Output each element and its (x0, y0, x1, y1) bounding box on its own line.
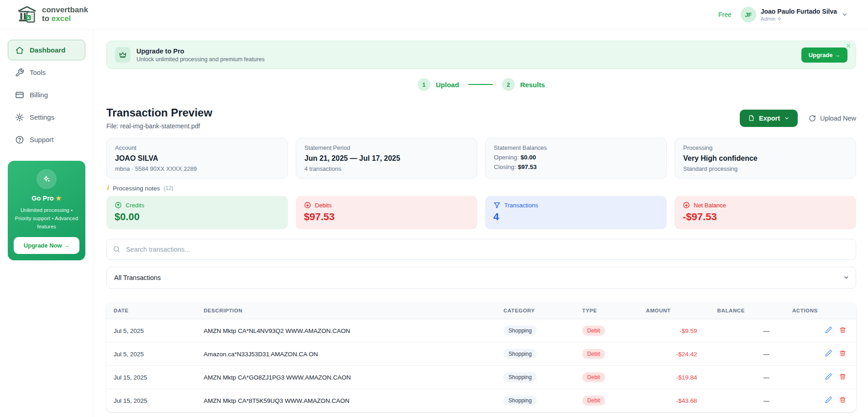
sidebar-item-label: Dashboard (30, 46, 65, 54)
sparkles-icon (37, 169, 57, 189)
column-header: Actions (785, 302, 856, 319)
role-gear-icon (777, 16, 782, 21)
account-detail: mbna · 5584 90XX XXXX 2289 (115, 165, 279, 172)
cell-balance: — (710, 389, 785, 412)
upgrade-banner: Upgrade to Pro Unlock unlimited processi… (106, 41, 856, 69)
cell-actions (785, 389, 856, 412)
star-icon: ★ (56, 195, 62, 202)
plan-badge: Free (718, 11, 732, 18)
debits-card: Debits $97.53 (296, 196, 477, 229)
edit-icon[interactable] (825, 396, 832, 403)
card-label: Statement Balances (494, 144, 658, 151)
go-pro-title: Go Pro ★ (14, 195, 79, 202)
period-range: Jun 21, 2025 — Jul 17, 2025 (304, 154, 469, 163)
sidebar-item-label: Settings (30, 113, 54, 121)
edit-icon[interactable] (825, 373, 832, 380)
search-input[interactable] (106, 239, 856, 260)
delete-icon[interactable] (839, 327, 846, 333)
type-badge: Debit (582, 349, 605, 359)
sidebar-item-tools[interactable]: Tools (8, 62, 85, 83)
banner-title: Upgrade to Pro (136, 48, 265, 55)
sidebar-item-dashboard[interactable]: Dashboard (8, 40, 85, 60)
net-balance-value: -$97.53 (683, 211, 848, 223)
account-card: Account JOAO SILVA mbna · 5584 90XX XXXX… (106, 138, 288, 179)
go-pro-description: Unlimited processing • Priority support … (14, 206, 79, 231)
cell-actions (785, 319, 856, 343)
go-pro-card: Go Pro ★ Unlimited processing • Priority… (8, 161, 85, 260)
stepper-connector (468, 84, 493, 85)
delete-icon[interactable] (839, 373, 846, 380)
export-button[interactable]: Export (740, 110, 798, 127)
info-icon: i (107, 185, 109, 192)
sidebar-item-label: Tools (30, 69, 46, 76)
search-icon (113, 245, 120, 253)
user-name: Joao Paulo Furtado Silva (761, 8, 837, 16)
step-results[interactable]: 2 Results (502, 78, 545, 91)
bank-to-excel-logo-icon: X (16, 5, 37, 24)
delete-icon[interactable] (839, 396, 846, 403)
processing-card: Processing Very High confidence Standard… (675, 138, 856, 179)
cell-description: Amazon.ca*N33J53D31 AMAZON.CA ON (196, 343, 496, 366)
banner-subtitle: Unlock unlimited processing and premium … (136, 56, 265, 63)
gear-icon (15, 113, 24, 122)
sidebar-item-label: Support (30, 136, 54, 143)
category-badge: Shopping (503, 349, 537, 359)
upload-new-button[interactable]: Upload New (809, 115, 856, 122)
sidebar-item-support[interactable]: Support (8, 129, 85, 150)
type-badge: Debit (582, 372, 605, 382)
cell-description: AMZN Mktp CA*8T5K59UQ3 WWW.AMAZON.CAON (196, 389, 496, 412)
processing-notes-toggle[interactable]: i Processing notes (12) (107, 185, 855, 192)
app-logo[interactable]: X convertbank to excel (16, 5, 88, 24)
transaction-type-select[interactable]: All Transactions (106, 267, 856, 289)
statement-period-card: Statement Period Jun 21, 2025 — Jul 17, … (296, 138, 477, 179)
sidebar-item-settings[interactable]: Settings (8, 107, 85, 127)
column-header: Amount (639, 302, 710, 319)
top-header: X convertbank to excel Free JF Joao Paul… (0, 0, 868, 30)
cell-date: Jul 5, 2025 (106, 319, 196, 343)
edit-icon[interactable] (825, 350, 832, 357)
table-row: Jul 15, 2025AMZN Mktp CA*GO8ZJ1PG3 WWW.A… (106, 366, 856, 389)
table-row: Jul 5, 2025AMZN Mktp CA*NL4NV93Q2 WWW.AM… (106, 319, 856, 343)
cell-type: Debit (575, 319, 639, 343)
notes-count: (12) (163, 185, 173, 191)
table-row: Jul 5, 2025Amazon.ca*N33J53D31 AMAZON.CA… (106, 343, 856, 366)
wrench-icon (15, 68, 24, 77)
processing-mode: Standard processing (683, 165, 847, 172)
upgrade-now-button[interactable]: Upgrade Now → (14, 237, 79, 254)
table-header-row: DateDescriptionCategoryTypeAmountBalance… (106, 302, 856, 319)
cell-date: Jul 15, 2025 (106, 366, 196, 389)
closing-balance: Closing:$97.53 (494, 164, 658, 170)
sidebar-item-billing[interactable]: Billing (8, 84, 85, 105)
user-menu[interactable]: JF Joao Paulo Furtado Silva Admin (741, 7, 848, 22)
cell-type: Debit (575, 343, 639, 366)
cell-actions (785, 366, 856, 389)
progress-stepper: 1 Upload 2 Results (106, 78, 856, 91)
credits-card: Credits $0.00 (106, 196, 288, 229)
transactions-value: 4 (493, 211, 659, 223)
transactions-card: Transactions 4 (485, 196, 667, 229)
cell-amount: -$24.42 (639, 343, 710, 366)
credit-card-icon (15, 90, 24, 100)
stat-label: Transactions (504, 202, 538, 209)
delete-icon[interactable] (839, 350, 846, 357)
type-badge: Debit (582, 396, 605, 406)
edit-icon[interactable] (825, 327, 832, 333)
stat-label: Debits (315, 202, 332, 209)
table-row: Jul 15, 2025AMZN Mktp CA*8T5K59UQ3 WWW.A… (106, 389, 856, 412)
column-header: Date (106, 302, 196, 319)
opening-balance: Opening:$0.00 (494, 154, 658, 161)
stat-label: Net Balance (694, 202, 726, 209)
sidebar: Dashboard Tools Billing Settings Support (0, 30, 94, 417)
user-role: Admin (761, 16, 837, 21)
close-icon[interactable] (846, 43, 851, 48)
step-upload[interactable]: 1 Upload (418, 78, 459, 91)
upgrade-button[interactable]: Upgrade → (801, 48, 847, 63)
debits-value: $97.53 (304, 211, 469, 223)
net-balance-card: Net Balance -$97.53 (675, 196, 856, 229)
help-circle-icon (15, 135, 24, 144)
account-name: JOAO SILVA (115, 154, 279, 163)
home-icon (15, 46, 24, 55)
cell-amount: -$9.59 (639, 319, 710, 343)
svg-text:X: X (27, 15, 30, 20)
chevron-down-icon (784, 116, 790, 121)
